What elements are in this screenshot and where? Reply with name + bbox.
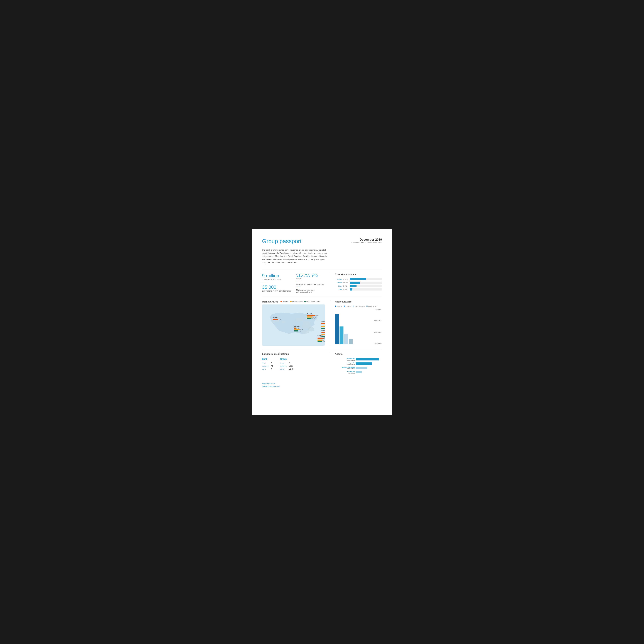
country-bar: [294, 328, 296, 329]
net-legend-item: Czechia: [344, 306, 351, 307]
asset-row: Deposits € 189 billion: [335, 362, 382, 365]
ratings-title: Long term credit ratings: [262, 353, 325, 355]
footer: www.ourbank.com feedback@ourbank.com: [262, 382, 382, 388]
net-legend-sq: [353, 306, 354, 307]
stockholder-pct: 7.6%: [343, 285, 349, 287]
stockholder-pct: 11.4%: [343, 282, 349, 284]
stockholder-name: MRBB: [335, 282, 342, 284]
market-title: Market Shares: [262, 300, 278, 303]
multichannel-text: Multichannel insurance distribution netw…: [296, 289, 323, 293]
net-result-label: € 365 million: [374, 320, 382, 322]
group-rating-row: S&P'SBBB+: [280, 368, 294, 370]
country-name: Bulgaria: [318, 335, 325, 336]
shares-label: shares: [296, 278, 325, 280]
asset-bar: [356, 358, 379, 360]
bar-fill: [350, 282, 360, 284]
market-legend: BankingLife InsuranceNon-Life Insurance: [280, 301, 320, 303]
asset-title: Total assets: [335, 358, 355, 359]
group-col-title: Group: [280, 358, 294, 360]
stockholders-bars: Uniora 18.5% MRBB 11.4% Other 7.6% Cera …: [335, 278, 382, 291]
net-legend-label: Group center: [368, 306, 377, 307]
net-result-title: Net result 2019: [335, 300, 382, 303]
asset-row: Total assets € 302 billion: [335, 358, 382, 361]
stockholder-row: MRBB 11.4%: [335, 282, 382, 284]
asset-bar: [356, 362, 372, 365]
stats-left: 9 million customers in 6 countries 35 00…: [262, 273, 325, 293]
country-bar: [307, 316, 313, 318]
net-legend-label: Czechia: [346, 306, 351, 307]
country-name: Czechia: [307, 313, 318, 315]
country-bar-row: 12 %: [318, 340, 325, 341]
agency-label: S&P'S: [262, 369, 269, 370]
net-result-legend: BelgiumCzechiaOther countriesGroup cente…: [335, 306, 382, 307]
bank-rating-row: FITCHA: [262, 362, 273, 364]
country-pct: 11 %: [323, 341, 325, 342]
bar-fill: [350, 288, 352, 291]
agency-label: MOODY'S: [280, 365, 287, 367]
country-pct: 1 %: [296, 328, 299, 329]
country-overlay: Slovakia 14 % 11 % 8 %: [321, 321, 325, 329]
legend-label: Banking: [283, 301, 289, 303]
country-pct: 12 %: [323, 340, 325, 341]
page-title: Group passport: [262, 238, 302, 245]
bar-track: [350, 288, 382, 291]
asset-label-block: Deposits € 189 billion: [335, 362, 355, 365]
stat-row-1: 9 million customers in 6 countries 35 00…: [262, 273, 325, 293]
asset-bar: [356, 367, 367, 369]
asset-bar: [356, 371, 362, 373]
country-bar-row: 1 %: [294, 328, 303, 329]
asset-label-block: Total assets € 302 billion: [335, 358, 355, 361]
rating-value: A: [271, 368, 272, 370]
asset-value: € 135 billion: [335, 368, 355, 370]
bar-track: [350, 285, 382, 287]
legend-item: Banking: [280, 301, 289, 303]
legend-label: Life Insurance: [292, 301, 303, 303]
country-bar-row: 13 %: [307, 316, 318, 318]
stat-divider-2: [296, 281, 301, 281]
market-net-section: Market Shares BankingLife InsuranceNon-L…: [262, 300, 382, 346]
stockholders-title: Core stock holders: [335, 273, 382, 276]
customers-label: customers in 6 countries: [262, 279, 291, 280]
country-bar: [294, 329, 300, 330]
country-bar: [321, 332, 325, 333]
asset-label-block: Total Equity € 68 billion: [335, 371, 355, 374]
net-legend-item: Belgium: [335, 306, 342, 307]
agency-label: MOODY'S: [262, 365, 269, 367]
country-name: Hungary: [321, 330, 325, 331]
legend-label: Non-Life Insurance: [306, 301, 320, 303]
asset-value: € 189 billion: [335, 364, 355, 365]
country-bar: [307, 318, 311, 319]
net-result-labels: € 25 million€ 365 million€ 456 million€ …: [374, 309, 382, 344]
country-bar: [294, 330, 298, 331]
country-overlay: Bulgaria 19 % 12 % 11 %: [318, 335, 325, 342]
legend-item: Life Insurance: [290, 301, 303, 303]
country-pct: 22 %: [315, 315, 318, 316]
bank-ratings-rows: FITCHAMOODY'SA1S&P'SA: [262, 362, 273, 370]
country-overlays: Ireland 7 % Czechia 22 % 13 % 10 % Belgi…: [262, 304, 325, 346]
market-shares-section: Market Shares BankingLife InsuranceNon-L…: [262, 300, 325, 346]
legend-dot: [290, 301, 292, 302]
country-bar: [307, 315, 315, 316]
net-result-section: Net result 2019 BelgiumCzechiaOther coun…: [330, 300, 382, 346]
date-block: December 2019 Document date: 11 december…: [351, 238, 382, 244]
net-result-bars: [335, 309, 366, 344]
bank-ratings: Bank FITCHAMOODY'SA1S&P'SA: [262, 358, 273, 371]
bar-track: [350, 278, 382, 280]
stockholder-name: Cera: [335, 289, 342, 290]
bank-rating-row: MOODY'SA1: [262, 365, 273, 367]
document-page: Group passport December 2019 Document da…: [252, 229, 392, 415]
market-header: Market Shares BankingLife InsuranceNon-L…: [262, 300, 325, 303]
asset-row: Loans & Advances € 135 billion: [335, 366, 382, 370]
asset-row: Total Equity € 68 billion: [335, 371, 382, 374]
country-overlay: Ireland 7 %: [273, 317, 281, 320]
country-pct: 13 %: [313, 316, 316, 318]
country-bar-row: 14 %: [321, 323, 325, 325]
net-legend-sq: [335, 306, 336, 307]
country-bar-row: 13 %: [294, 329, 303, 330]
country-bar-row: 22 %: [307, 315, 318, 316]
stat-divider-3: [296, 287, 301, 287]
rating-value: A: [271, 362, 272, 364]
stats-section: 9 million customers in 6 countries 35 00…: [262, 273, 382, 293]
ratings-assets-section: Long term credit ratings Bank FITCHAMOOD…: [262, 353, 382, 375]
net-result-label: € 25 million: [374, 309, 382, 310]
